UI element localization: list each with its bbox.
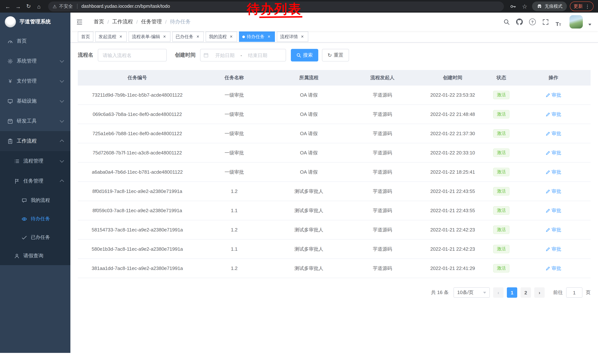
cell-starter: 芋道源码 [346,124,419,143]
page-button-1[interactable]: 1 [507,287,517,298]
edit-icon [546,112,550,116]
breadcrumb-separator: / [136,19,138,25]
cell-created: 2022-01-21 22:42:23 [419,239,486,259]
sidebar-item-system[interactable]: 系统管理 [0,51,70,71]
cell-starter: 芋道源码 [346,162,419,182]
cell-starter: 芋道源码 [346,201,419,220]
approve-link[interactable]: 审批 [546,111,561,118]
close-icon[interactable]: × [266,34,272,39]
sidebar-item-process-management[interactable]: 流程管理 [0,151,70,171]
close-icon[interactable]: × [162,34,167,39]
user-avatar[interactable] [569,15,583,29]
cell-status: 激活 [486,220,516,239]
cell-created: 2022-01-22 20:33:10 [419,143,486,162]
status-badge: 激活 [493,206,509,215]
update-label: 更新 [573,3,583,9]
search-icon[interactable] [502,17,511,27]
approve-link[interactable]: 审批 [546,265,561,272]
tab-label: 发起流程 [99,33,116,40]
help-icon[interactable]: ? [528,17,537,27]
table-row: 58154733-7ac8-11ec-a9e2-a2380e71991a 1.2… [78,220,590,239]
sidebar-item-todo-task[interactable]: 待办任务 [0,210,70,228]
close-icon[interactable]: × [195,34,200,39]
tab-label: 流程详情 [280,33,298,40]
approve-link[interactable]: 审批 [546,149,561,156]
approve-link[interactable]: 审批 [546,130,561,137]
security-label[interactable]: 不安全 [59,3,73,9]
cell-action: 审批 [516,124,590,143]
browser-back-button[interactable]: ← [3,1,13,11]
approve-link[interactable]: 审批 [546,246,561,252]
fullscreen-icon[interactable] [540,17,550,27]
goto-page-input[interactable] [566,287,582,298]
tab-process-detail[interactable]: 流程详情 × [277,32,308,42]
key-icon[interactable] [508,2,517,11]
sidebar-item-label: 首页 [17,38,27,44]
tab-done-task[interactable]: 已办任务 × [172,32,204,42]
address-bar[interactable]: ⚠ 不安全 dashboard.yudao.iocoder.cn/bpm/tas… [48,1,504,11]
close-icon[interactable]: × [229,34,234,39]
browser-reload-button[interactable]: ↻ [24,1,33,11]
page-button-2[interactable]: 2 [521,287,531,298]
chevron-down-icon [60,118,64,122]
sidebar-item-devtools[interactable]: 研发工具 [0,111,70,131]
next-page-button[interactable]: › [534,287,545,298]
sidebar-item-my-process[interactable]: 我的流程 [0,191,70,210]
breadcrumb-workflow[interactable]: 工作流程 [112,18,133,25]
sidebar-logo[interactable]: 芋道管理系统 [0,13,70,31]
sidebar-item-label: 任务管理 [23,178,43,184]
prev-page-button[interactable]: ‹ [493,287,504,298]
browser-menu-icon[interactable]: ⋮ [585,4,590,9]
cell-task-name: 1.1 [197,239,272,259]
date-range-picker[interactable]: - [200,49,286,61]
close-icon[interactable]: × [300,34,305,39]
close-icon[interactable]: × [118,34,123,39]
sidebar-item-task-management[interactable]: 任务管理 [0,171,70,191]
tab-label: 首页 [81,33,90,40]
breadcrumb-task-management[interactable]: 任务管理 [141,18,162,25]
approve-link[interactable]: 审批 [546,169,561,175]
eye-icon [21,216,27,222]
cell-task-id: 73211d9d-7b9b-11ec-b5b7-acde48001122 [78,86,197,105]
cell-action: 审批 [516,86,590,105]
tab-home[interactable]: 首页 [78,32,93,42]
sidebar-item-workflow[interactable]: 工作流程 [0,131,70,151]
sidebar-item-done-task[interactable]: 已办任务 [0,228,70,247]
tab-my-process[interactable]: 我的流程 × [206,32,237,42]
browser-home-button[interactable]: ⌂ [34,1,44,11]
search-button[interactable]: 搜索 [291,49,318,61]
avatar-dropdown-caret[interactable] [588,24,591,25]
approve-link[interactable]: 审批 [546,207,561,214]
process-name-input[interactable] [98,49,167,61]
browser-update-button[interactable]: 更新 ⋮ [570,1,594,11]
search-button-label: 搜索 [303,52,313,58]
sidebar-item-infra[interactable]: 基础设施 [0,91,70,111]
start-date-input[interactable] [210,52,240,58]
tab-process-form-edit[interactable]: 流程表单-编辑 × [129,32,170,42]
sidebar-item-home[interactable]: 首页 [0,31,70,51]
approve-link[interactable]: 审批 [546,188,561,194]
bookmark-star-icon[interactable]: ☆ [520,2,529,11]
end-date-input[interactable] [243,52,273,58]
page-size-select[interactable]: 10条/页 [454,287,490,298]
github-icon[interactable] [515,17,524,27]
approve-link[interactable]: 审批 [546,92,561,98]
tab-todo-task[interactable]: 待办任务 × [239,32,275,42]
sidebar-item-payment[interactable]: ¥ 支付管理 [0,71,70,91]
table-row: 725a1eb6-7b88-11ec-8ef0-acde48001122 一级审… [78,124,590,143]
cell-process: OA 请假 [272,143,346,162]
pagination: 共 16 条 10条/页 ‹ 1 2 › 前往 页 [78,287,590,298]
approve-link[interactable]: 审批 [546,226,561,233]
browser-forward-button[interactable]: → [13,1,23,11]
edit-icon [546,93,550,97]
breadcrumb-home[interactable]: 首页 [94,18,104,25]
reset-button[interactable]: ↻ 重置 [322,49,349,61]
sidebar-fold-icon[interactable] [70,18,89,25]
tab-start-process[interactable]: 发起流程 × [95,32,127,42]
gear-icon [7,58,13,64]
font-size-icon[interactable]: TT [554,17,563,27]
sidebar-item-leave-query[interactable]: 请假查询 [0,247,70,265]
process-name-label: 流程名 [78,52,93,58]
sidebar: 芋道管理系统 首页 [0,13,70,353]
cell-task-id: 069c6a63-7b8a-11ec-8ef0-acde48001122 [78,105,197,124]
